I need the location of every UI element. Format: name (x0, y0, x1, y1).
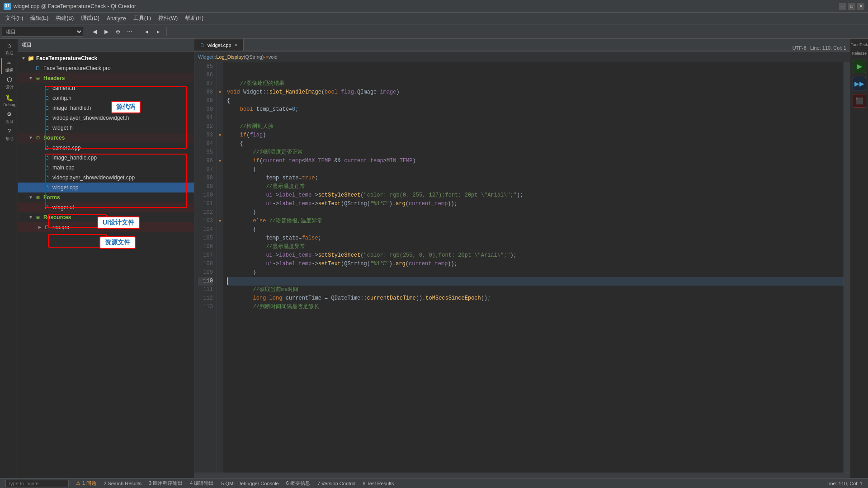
menu-build[interactable]: 构建(B) (52, 14, 77, 23)
search-status-item[interactable] (4, 480, 71, 487)
tree-main-cpp[interactable]: 🗋 main.cpp (18, 163, 194, 173)
sidebar-welcome[interactable]: ⌂ 欢迎 (1, 41, 17, 57)
tree-image-handle-h[interactable]: 🗋 image_handle.h (18, 103, 194, 113)
fold-column: ▼ ▼ ▼ ▼ (217, 62, 223, 473)
tree-forms-group[interactable]: ▼ ⊞ Forms (18, 192, 194, 202)
project-selector[interactable]: 项目 (2, 27, 83, 37)
config-h-icon: 🗋 (43, 94, 51, 102)
root-label: FaceTemperatureCheck (36, 55, 97, 61)
paren-100b: ); (517, 191, 523, 200)
project-icon: ⚙ (7, 110, 11, 118)
app-output-item[interactable]: 3 应用程序输出 (147, 480, 184, 487)
sources-expand-icon[interactable]: ▼ (27, 134, 34, 141)
arrow2-108: -> (311, 260, 318, 268)
version-control-item[interactable]: 7 Version Control (316, 481, 357, 486)
tree-root[interactable]: ▼ 📁 FaceTemperatureCheck (18, 53, 194, 63)
editor-tab-widget-cpp[interactable]: 🗋 widget.cpp ✕ (194, 39, 244, 51)
class-widget: Widget (243, 88, 263, 97)
sidebar-help[interactable]: ? 帮助 (1, 127, 17, 143)
menu-tools[interactable]: 工具(T) (130, 14, 155, 23)
problems-item[interactable]: ⚠ 1 问题 (74, 480, 98, 487)
root-expand-icon[interactable]: ▼ (20, 55, 27, 62)
tree-widget-cpp[interactable]: 🗋 widget.cpp (18, 183, 194, 192)
general-info-item[interactable]: 6 概要信息 (284, 480, 312, 487)
forms-label: Forms (43, 194, 60, 201)
search-results-item[interactable]: 2 Search Results (102, 481, 143, 486)
compile-output-item[interactable]: 4 编译输出 (188, 480, 216, 487)
headers-expand-icon[interactable]: ▼ (27, 75, 34, 82)
kw-if-93: if (240, 131, 246, 140)
tree-widget-ui[interactable]: 🗋 widget.ui (18, 202, 194, 212)
tree-pro-file[interactable]: 🗋 FaceTemperatureCheck.pro (18, 63, 194, 73)
toolbar-bookmark-btn[interactable]: ⊕ (113, 26, 123, 37)
error-icon: ⚠ (76, 480, 80, 486)
tab-close-btn[interactable]: ✕ (234, 42, 238, 47)
sidebar-debug[interactable]: 🐛 Debug (1, 92, 17, 108)
toolbar-forward-btn[interactable]: ▶ (101, 26, 112, 37)
tree-camera-h[interactable]: 🗋 camera.h (18, 83, 194, 93)
param-flag: flag (341, 88, 354, 97)
project-tree[interactable]: ▼ 📁 FaceTemperatureCheck 🗋 FaceTemperatu… (18, 52, 194, 478)
ln-106: 106 (198, 243, 213, 251)
menu-file[interactable]: 文件(F) (2, 14, 27, 23)
code-editor[interactable]: 85 86 87 88 89 90 91 92 93 94 95 96 97 9… (194, 62, 850, 473)
stop-button[interactable]: ⬛ (853, 94, 866, 108)
tree-videoplayer-cpp[interactable]: 🗋 videoplayer_showvideowidget.cpp (18, 173, 194, 183)
sidebar-design[interactable]: ⬡ 设计 (1, 75, 17, 91)
minimize-button[interactable]: ─ (839, 3, 846, 10)
toolbar-back-btn[interactable]: ◀ (89, 26, 100, 37)
arrow-108: -> (273, 260, 279, 268)
locate-input[interactable] (5, 480, 69, 487)
semi-105: ; (318, 234, 321, 243)
headers-label: Headers (43, 75, 65, 81)
fold-105 (217, 234, 223, 243)
toolbar-more-btn[interactable]: ⋯ (124, 26, 135, 37)
res-qrc-expand[interactable]: ▶ (36, 224, 43, 231)
horizontal-scrollbar[interactable] (194, 473, 850, 478)
camera-h-icon: 🗋 (43, 84, 51, 92)
status-line-col: Line: 110, Col: 1 (825, 481, 864, 486)
camera-cpp-label: camera.cpp (52, 145, 81, 151)
tree-videoplayer-h[interactable]: 🗋 videoplayer_showvideowidget.h (18, 113, 194, 123)
run-debug-button[interactable]: ▶▶ (853, 77, 866, 90)
code-content-area[interactable]: //图像处理的结果 void Widget::slot_HandleImage(… (223, 62, 844, 473)
tree-res-qrc[interactable]: ▶ 🗋 res.qrc (18, 222, 194, 232)
resources-expand-icon[interactable]: ▼ (27, 214, 34, 221)
tree-resources-group[interactable]: ▼ ⊞ Resources (18, 212, 194, 222)
test-results-item[interactable]: 8 Test Results (361, 481, 396, 486)
menu-edit[interactable]: 编辑(E) (27, 14, 52, 23)
brace-89: { (227, 97, 230, 105)
tree-widget-h[interactable]: 🗋 widget.h (18, 123, 194, 133)
tree-image-handle-cpp[interactable]: 🗋 image_handle.cpp (18, 153, 194, 163)
menu-help[interactable]: 帮助(H) (181, 14, 207, 23)
code-line-112: long long currentTime = QDateTime::curre… (227, 294, 844, 303)
tree-config-h[interactable]: 🗋 config.h (18, 93, 194, 103)
run-button[interactable]: ▶ (853, 60, 866, 73)
camera-h-label: camera.h (52, 85, 75, 91)
menu-analyze[interactable]: Analyze (103, 14, 130, 23)
videoplayer-h-icon: 🗋 (43, 114, 51, 122)
maximize-button[interactable]: □ (848, 3, 855, 10)
ln-94: 94 (198, 140, 213, 148)
editor-scrollbar[interactable] (844, 62, 850, 473)
forms-expand-icon[interactable]: ▼ (27, 194, 34, 201)
close-button[interactable]: ✕ (857, 3, 864, 10)
menu-bar: 文件(F) 编辑(E) 构建(B) 调试(D) Analyze 工具(T) 控件… (0, 13, 868, 24)
camera-cpp-expand (36, 144, 43, 151)
sidebar-edit[interactable]: ✏ 编辑 (1, 58, 17, 74)
qml-debugger-item[interactable]: 5 QML Debugger Console (219, 481, 280, 486)
toolbar-nav-right[interactable]: ▸ (153, 26, 164, 37)
tree-headers-group[interactable]: ▼ ⊞ Headers (18, 73, 194, 83)
menu-controls[interactable]: 控件(W) (155, 14, 181, 23)
menu-debug[interactable]: 调试(D) (77, 14, 103, 23)
build-type-label: Release (852, 51, 867, 56)
toolbar-nav-left[interactable]: ◂ (141, 26, 152, 37)
code-100 (227, 191, 266, 200)
breadcrumb-params: (QString) (244, 54, 264, 60)
ln-90: 90 (198, 105, 213, 114)
tree-sources-group[interactable]: ▼ ⊞ Sources (18, 133, 194, 143)
sidebar-project[interactable]: ⚙ 项目 (1, 109, 17, 126)
label-temp-108: label_temp (279, 260, 311, 268)
tree-camera-cpp[interactable]: 🗋 camera.cpp (18, 143, 194, 153)
indent-112 (227, 294, 253, 303)
